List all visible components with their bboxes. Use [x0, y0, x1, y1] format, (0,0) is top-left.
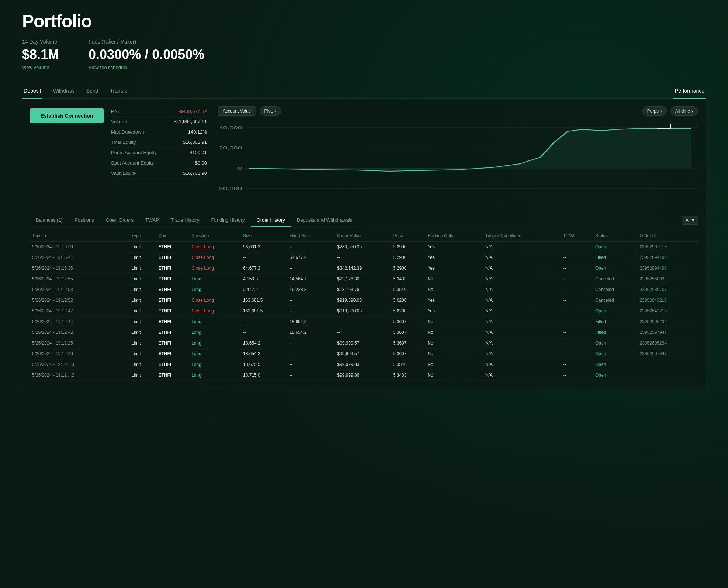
cell-coin: ETHFI [156, 274, 189, 284]
cell-filled-size: -- [287, 306, 335, 317]
cell-trigger-conditions: N/A [483, 274, 561, 284]
cell-status: Open [593, 370, 638, 381]
fees-label: Fees (Taker / Maker) [89, 39, 204, 45]
table-row: 5/26/2024 - 19:12:44 Limit ETHFI Long --… [30, 317, 698, 327]
tab-performance[interactable]: Performance [673, 85, 706, 99]
cell-filled-size: -- [287, 338, 335, 349]
alltime-dropdown[interactable]: All-time ▾ [670, 106, 698, 116]
svg-marker-8 [249, 128, 691, 171]
cell-coin: ETHFI [156, 327, 189, 338]
table-row: 5/26/2024 - 19:12:53 Limit ETHFI Long 2,… [30, 284, 698, 295]
perps-dropdown[interactable]: Perps ▾ [642, 106, 667, 116]
cell-order-id [638, 370, 698, 381]
tab-deposit[interactable]: Deposit [22, 85, 42, 99]
metric-pnl: PNL -$438,677.32 [111, 106, 207, 117]
cell-trigger-conditions: N/A [483, 295, 561, 306]
cell-filled-size: 18,654.2 [287, 327, 335, 338]
chart-controls: Account Value PNL ▾ Perps ▾ All-time ▾ [218, 106, 698, 116]
tab-order-history[interactable]: Order History [251, 214, 291, 227]
cell-size: -- [241, 252, 287, 263]
account-value-button[interactable]: Account Value [218, 106, 256, 116]
establish-connection-button[interactable]: Establish Connection [30, 108, 104, 123]
cell-status: Open [593, 349, 638, 359]
svg-text:0: 0 [238, 166, 242, 170]
tab-send[interactable]: Send [85, 85, 100, 99]
cell-direction: Close Long [189, 252, 241, 263]
cell-order-id: 23952597947 [638, 349, 698, 359]
cell-direction: Long [189, 349, 241, 359]
cell-order-value: $919,890.03 [335, 306, 391, 317]
table-row: 5/26/2024 - 19:12:...2 Limit ETHFI Long … [30, 370, 698, 381]
cell-price: 5.3433 [391, 274, 426, 284]
cell-tpsl: -- [561, 242, 593, 252]
cell-coin: ETHFI [156, 242, 189, 252]
cell-reduce-only: No [425, 349, 483, 359]
all-filter-dropdown[interactable]: All ▾ [682, 216, 698, 225]
pnl-dropdown[interactable]: PNL ▾ [260, 106, 281, 116]
tab-funding-history[interactable]: Funding History [205, 214, 251, 227]
metric-max-drawdown: Max Drawdown 140.12% [111, 127, 207, 137]
cell-status: Open [593, 306, 638, 317]
col-header-tpsl: TP/SL [561, 230, 593, 242]
cell-size: 18,654.2 [241, 349, 287, 359]
cell-reduce-only: Yes [425, 295, 483, 306]
cell-reduce-only: Yes [425, 263, 483, 274]
tab-twap[interactable]: TWAP [139, 214, 165, 227]
table-row: 5/26/2024 - 19:12:20 Limit ETHFI Long 18… [30, 349, 698, 359]
cell-type: Limit [129, 242, 156, 252]
cell-filled-size: -- [287, 349, 335, 359]
cell-tpsl: -- [561, 370, 593, 381]
cell-direction: Long [189, 317, 241, 327]
cell-coin: ETHFI [156, 338, 189, 349]
tab-positions[interactable]: Positions [69, 214, 100, 227]
cell-size: 163,681.5 [241, 295, 287, 306]
tab-open-orders[interactable]: Open Orders [100, 214, 139, 227]
cell-tpsl: -- [561, 359, 593, 370]
col-header-time[interactable]: Time ▼ [30, 230, 129, 242]
cell-price: 5.3607 [391, 317, 426, 327]
all-filter-chevron-icon: ▾ [692, 218, 694, 223]
cell-tpsl: -- [561, 274, 593, 284]
cell-coin: ETHFI [156, 295, 189, 306]
cell-order-value: $99,999.57 [335, 338, 391, 349]
metrics-table: PNL -$438,677.32 Volume $21,994,667.11 M… [111, 106, 207, 203]
cell-time: 5/26/2024 - 19:12:42 [30, 327, 129, 338]
tab-trade-history[interactable]: Trade History [165, 214, 205, 227]
tab-transfer[interactable]: Transfer [109, 85, 131, 99]
cell-reduce-only: No [425, 284, 483, 295]
cell-coin: ETHFI [156, 370, 189, 381]
cell-trigger-conditions: N/A [483, 359, 561, 370]
cell-type: Limit [129, 306, 156, 317]
orders-table: Time ▼ Type Coin Direction Size Filled S… [30, 230, 698, 381]
cell-tpsl: -- [561, 306, 593, 317]
col-header-trigger-conditions: Trigger Conditions [483, 230, 561, 242]
col-header-filled-size: Filled Size [287, 230, 335, 242]
cell-status: Canceled [593, 295, 638, 306]
svg-text:-20,000: -20,000 [218, 186, 242, 191]
cell-reduce-only: No [425, 317, 483, 327]
cell-trigger-conditions: N/A [483, 252, 561, 263]
cell-type: Limit [129, 370, 156, 381]
perps-chevron-icon: ▾ [660, 109, 662, 113]
cell-price: 5.3546 [391, 359, 426, 370]
tab-deposits-withdrawals[interactable]: Deposits and Withdrawals [291, 214, 358, 227]
cell-coin: ETHFI [156, 252, 189, 263]
cell-order-id: 23952894490 [638, 263, 698, 274]
tab-withdraw[interactable]: Withdraw [51, 85, 76, 99]
cell-reduce-only: Yes [425, 252, 483, 263]
cell-reduce-only: Yes [425, 306, 483, 317]
tab-balances[interactable]: Balances (1) [30, 214, 69, 227]
view-fees-link[interactable]: View fee schedule [89, 65, 127, 70]
cell-size: 4,150.3 [241, 274, 287, 284]
cell-type: Limit [129, 338, 156, 349]
cell-time: 5/26/2024 - 19:12:55 [30, 274, 129, 284]
col-header-direction: Direction [189, 230, 241, 242]
cell-time: 5/26/2024 - 19:12:...3 [30, 359, 129, 370]
cell-price: 5.2900 [391, 242, 426, 252]
cell-time: 5/26/2024 - 19:12:44 [30, 317, 129, 327]
cell-order-id: 23952580707 [638, 284, 698, 295]
cell-type: Limit [129, 295, 156, 306]
cell-filled-size: 18,654.2 [287, 317, 335, 327]
col-header-status: Status [593, 230, 638, 242]
view-volume-link[interactable]: View volume [22, 65, 49, 70]
